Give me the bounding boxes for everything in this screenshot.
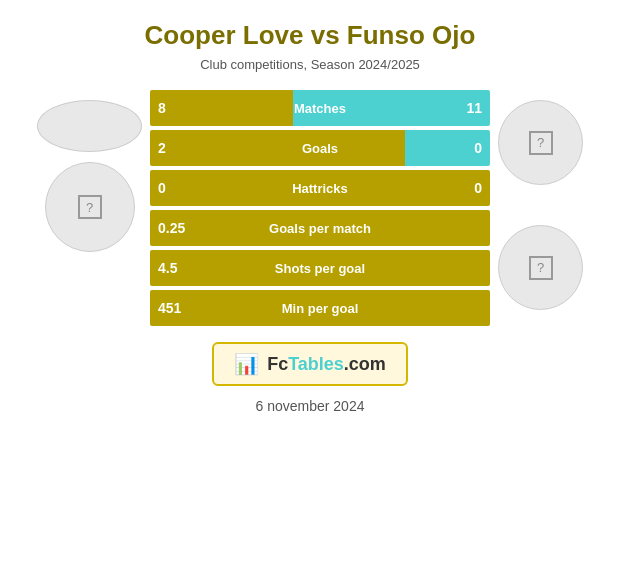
stat-left-value: 451 <box>150 300 200 316</box>
date-label: 6 november 2024 <box>256 398 365 414</box>
stat-right-value: 0 <box>440 140 490 156</box>
stat-row: 0.25Goals per match <box>150 210 490 246</box>
page-subtitle: Club competitions, Season 2024/2025 <box>200 57 420 72</box>
stat-right-value: 11 <box>440 100 490 116</box>
stat-left-value: 8 <box>150 100 200 116</box>
stat-left-value: 0 <box>150 180 200 196</box>
page-title: Cooper Love vs Funso Ojo <box>145 20 476 51</box>
stat-row: 0Hattricks0 <box>150 170 490 206</box>
stat-label: Min per goal <box>200 301 440 316</box>
page: Cooper Love vs Funso Ojo Club competitio… <box>0 0 620 580</box>
question-icon-right-bottom: ? <box>529 256 553 280</box>
stat-label: Hattricks <box>200 181 440 196</box>
left-avatars: ? <box>37 100 142 252</box>
stat-row: 451Min per goal <box>150 290 490 326</box>
stat-row: 4.5Shots per goal <box>150 250 490 286</box>
right-avatar-top: ? <box>498 100 583 185</box>
stat-left-value: 4.5 <box>150 260 200 276</box>
stat-label: Goals per match <box>200 221 440 236</box>
stat-left-value: 2 <box>150 140 200 156</box>
stat-label: Shots per goal <box>200 261 440 276</box>
left-avatar-main: ? <box>45 162 135 252</box>
right-avatars: ? ? <box>498 100 583 310</box>
stat-row: 2Goals0 <box>150 130 490 166</box>
comparison-area: ? 8Matches112Goals00Hattricks00.25Goals … <box>10 90 610 326</box>
question-icon-right-top: ? <box>529 131 553 155</box>
brand-box: 📊 FcTables.com <box>212 342 408 386</box>
stat-row: 8Matches11 <box>150 90 490 126</box>
left-avatar-top <box>37 100 142 152</box>
stats-table: 8Matches112Goals00Hattricks00.25Goals pe… <box>150 90 490 326</box>
question-icon-left: ? <box>78 195 102 219</box>
brand-name: FcTables.com <box>267 354 386 375</box>
stat-label: Goals <box>200 141 440 156</box>
stat-label: Matches <box>200 101 440 116</box>
brand-icon: 📊 <box>234 352 259 376</box>
right-avatar-bottom: ? <box>498 225 583 310</box>
stat-left-value: 0.25 <box>150 220 200 236</box>
stat-right-value: 0 <box>440 180 490 196</box>
